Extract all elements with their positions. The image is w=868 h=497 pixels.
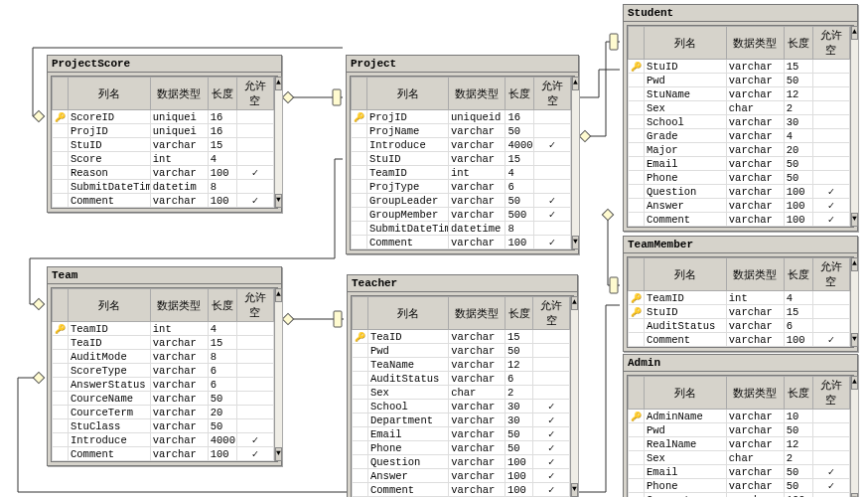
columns-grid[interactable]: 列名数据类型长度允许空TeamIDint4TeaIDvarchar15Audit…: [52, 288, 274, 461]
scroll-down-icon[interactable]: ▼: [851, 333, 858, 347]
col-header[interactable]: 允许空: [812, 377, 849, 410]
scroll-track[interactable]: [851, 271, 858, 333]
scroll-up-icon[interactable]: ▲: [851, 376, 858, 390]
scroll-down-icon[interactable]: ▼: [572, 236, 579, 249]
table-row[interactable]: TeaIDvarchar15: [53, 336, 274, 350]
scroll-down-icon[interactable]: ▼: [571, 483, 578, 497]
col-header[interactable]: 允许空: [533, 297, 570, 330]
vertical-scrollbar[interactable]: ▲▼: [570, 296, 578, 497]
table-student[interactable]: Student列名数据类型长度允许空StuIDvarchar15Pwdvarch…: [623, 4, 858, 232]
scroll-down-icon[interactable]: ▼: [275, 447, 282, 461]
col-header[interactable]: 数据类型: [150, 289, 208, 322]
table-row[interactable]: ProjIDuniqueid16: [352, 110, 571, 124]
columns-grid[interactable]: 列名数据类型长度允许空AdminNamevarchar10Pwdvarchar5…: [628, 376, 850, 497]
col-header[interactable]: 数据类型: [449, 78, 506, 110]
table-project[interactable]: Project列名数据类型长度允许空ProjIDuniqueid16ProjNa…: [346, 55, 579, 254]
columns-grid[interactable]: 列名数据类型长度允许空ProjIDuniqueid16ProjNamevarch…: [351, 77, 571, 249]
table-row[interactable]: Sexchar2: [629, 451, 850, 465]
col-header[interactable]: 允许空: [236, 289, 273, 322]
table-row[interactable]: StuIDvarchar15: [352, 152, 571, 166]
col-header[interactable]: 允许空: [236, 78, 273, 110]
table-row[interactable]: Answervarchar100: [629, 199, 850, 213]
table-row[interactable]: ProjIDuniquei16: [53, 124, 274, 138]
table-title[interactable]: ProjectScore: [48, 56, 281, 73]
vertical-scrollbar[interactable]: ▲▼: [274, 288, 282, 461]
table-row[interactable]: Sexchar2: [353, 386, 570, 400]
table-title[interactable]: Teacher: [348, 275, 577, 292]
col-header[interactable]: [53, 78, 69, 110]
col-header[interactable]: 列名: [645, 258, 727, 291]
table-row[interactable]: Questionvarchar100: [629, 185, 850, 199]
table-title[interactable]: TeamMember: [624, 237, 857, 253]
table-row[interactable]: Phonevarchar50: [353, 441, 570, 455]
table-row[interactable]: StuClassvarchar50: [53, 419, 274, 433]
scroll-up-icon[interactable]: ▲: [571, 296, 578, 310]
col-header[interactable]: 允许空: [812, 258, 849, 291]
table-title[interactable]: Student: [624, 5, 857, 22]
table-row[interactable]: Schoolvarchar30: [353, 400, 570, 414]
scroll-track[interactable]: [851, 40, 858, 213]
diagram-canvas[interactable]: ProjectScore列名数据类型长度允许空ScoreIDuniquei16P…: [0, 0, 868, 497]
columns-grid[interactable]: 列名数据类型长度允许空ScoreIDuniquei16ProjIDuniquei…: [52, 77, 274, 208]
table-row[interactable]: Pwdvarchar50: [629, 74, 850, 87]
scroll-up-icon[interactable]: ▲: [275, 288, 282, 302]
table-row[interactable]: TeamIDint4: [629, 291, 850, 305]
table-row[interactable]: Emailvarchar50: [629, 465, 850, 479]
table-teacher[interactable]: Teacher列名数据类型长度允许空TeaIDvarchar15Pwdvarch…: [347, 274, 578, 497]
table-row[interactable]: Introducevarchar4000: [352, 138, 571, 152]
table-row[interactable]: Questionvarchar100: [353, 455, 570, 469]
table-row[interactable]: AnswerStatusvarchar6: [53, 378, 274, 392]
col-header[interactable]: 列名: [368, 297, 449, 330]
table-row[interactable]: Reasonvarchar100: [53, 166, 274, 180]
table-row[interactable]: Commentvarchar100: [629, 333, 850, 347]
table-row[interactable]: GroupMembervarchar500: [352, 208, 571, 222]
scroll-up-icon[interactable]: ▲: [851, 26, 858, 40]
table-row[interactable]: TeamIDint4: [53, 322, 274, 336]
col-header[interactable]: 允许空: [812, 27, 849, 60]
table-row[interactable]: StuIDvarchar15: [629, 60, 850, 74]
table-row[interactable]: Pwdvarchar50: [629, 423, 850, 437]
table-row[interactable]: RealNamevarchar12: [629, 437, 850, 451]
table-row[interactable]: Answervarchar100: [353, 469, 570, 483]
col-header[interactable]: 长度: [208, 289, 236, 322]
table-row[interactable]: Schoolvarchar30: [629, 115, 850, 129]
table-row[interactable]: Commentvarchar100: [352, 236, 571, 249]
col-header[interactable]: 列名: [69, 289, 151, 322]
table-row[interactable]: Introducevarchar4000: [53, 433, 274, 447]
scroll-down-icon[interactable]: ▼: [851, 493, 858, 497]
table-row[interactable]: Emailvarchar50: [353, 427, 570, 441]
col-header[interactable]: 列名: [645, 377, 727, 410]
table-row[interactable]: Phonevarchar50: [629, 479, 850, 493]
table-row[interactable]: CourceNamevarchar50: [53, 392, 274, 406]
table-title[interactable]: Project: [347, 56, 578, 73]
col-header[interactable]: 长度: [208, 78, 236, 110]
col-header[interactable]: [353, 297, 368, 330]
table-row[interactable]: AuditStatusvarchar6: [629, 319, 850, 333]
table-row[interactable]: TeaIDvarchar15: [353, 330, 570, 344]
scroll-down-icon[interactable]: ▼: [851, 213, 858, 227]
table-row[interactable]: Commentvarchar100: [629, 493, 850, 498]
table-row[interactable]: Commentvarchar100: [53, 447, 274, 461]
table-title[interactable]: Team: [48, 267, 281, 284]
col-header[interactable]: 列名: [367, 78, 449, 110]
table-row[interactable]: Phonevarchar50: [629, 171, 850, 185]
table-row[interactable]: StuNamevarchar12: [629, 87, 850, 101]
columns-grid[interactable]: 列名数据类型长度允许空TeaIDvarchar15Pwdvarchar50Tea…: [352, 296, 570, 497]
table-row[interactable]: AuditStatusvarchar6: [353, 372, 570, 386]
col-header[interactable]: 长度: [784, 258, 812, 291]
table-row[interactable]: ScoreIDuniquei16: [53, 110, 274, 124]
table-row[interactable]: AdminNamevarchar10: [629, 410, 850, 423]
table-row[interactable]: SubmitDateTimedatetim8: [53, 180, 274, 194]
table-row[interactable]: Commentvarchar100: [629, 213, 850, 227]
table-row[interactable]: Sexchar2: [629, 101, 850, 115]
columns-grid[interactable]: 列名数据类型长度允许空TeamIDint4StuIDvarchar15Audit…: [628, 257, 850, 347]
table-row[interactable]: ProjTypevarchar6: [352, 180, 571, 194]
col-header[interactable]: 列名: [645, 27, 727, 60]
table-row[interactable]: SubmitDateTimedatetime8: [352, 222, 571, 236]
vertical-scrollbar[interactable]: ▲▼: [274, 77, 282, 208]
scroll-track[interactable]: [851, 390, 858, 493]
table-row[interactable]: StuIDvarchar15: [53, 138, 274, 152]
table-row[interactable]: Scoreint4: [53, 152, 274, 166]
col-header[interactable]: 数据类型: [449, 297, 506, 330]
table-row[interactable]: CourceTermvarchar20: [53, 406, 274, 419]
